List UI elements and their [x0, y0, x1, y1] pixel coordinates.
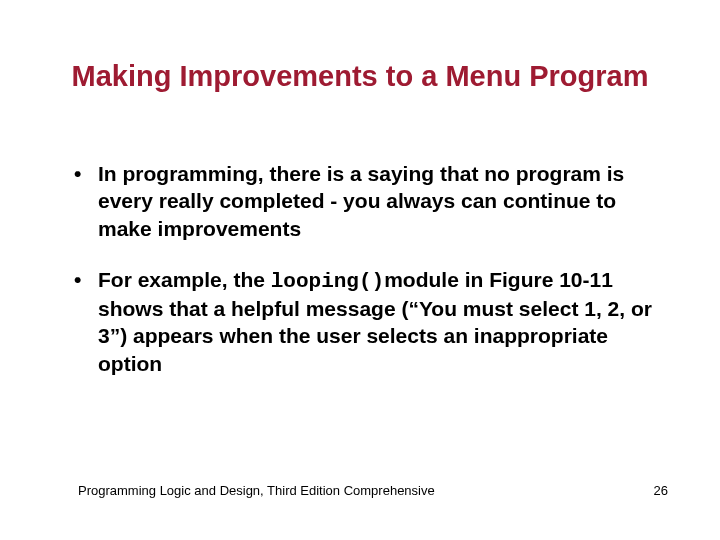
bullet-item: In programming, there is a saying that n… — [70, 160, 660, 242]
slide-body: In programming, there is a saying that n… — [70, 160, 660, 401]
code-text: looping() — [271, 270, 384, 293]
bullet-item: For example, the looping()module in Figu… — [70, 266, 660, 377]
slide: Making Improvements to a Menu Program In… — [0, 0, 720, 540]
bullet-list: In programming, there is a saying that n… — [70, 160, 660, 377]
slide-title: Making Improvements to a Menu Program — [0, 58, 720, 94]
page-number: 26 — [654, 483, 668, 498]
bullet-text: In programming, there is a saying that n… — [98, 162, 624, 240]
footer-text: Programming Logic and Design, Third Edit… — [78, 483, 435, 498]
bullet-text-pre: For example, the — [98, 268, 271, 291]
